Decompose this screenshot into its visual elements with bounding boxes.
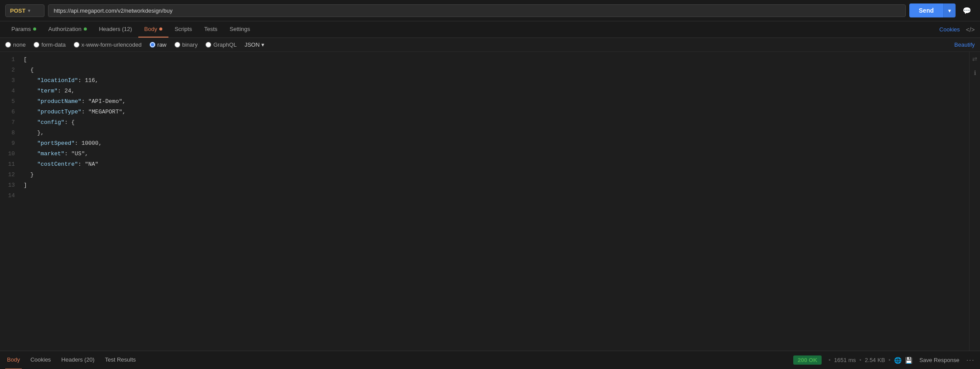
tab-authorization[interactable]: Authorization — [42, 21, 93, 38]
send-dropdown-button[interactable]: ▾ — [943, 3, 956, 17]
method-label: POST — [10, 7, 25, 14]
radio-raw[interactable]: raw — [150, 41, 167, 48]
editor-right-icons: ⇄ ℹ — [969, 52, 980, 351]
more-options-button[interactable]: ··· — [966, 356, 975, 364]
response-tab-headers[interactable]: Headers (20) — [60, 351, 96, 369]
tabs-right-section: Cookies </> — [939, 26, 975, 33]
format-dropdown[interactable]: JSON ▾ — [244, 41, 264, 48]
body-label: Body — [144, 26, 158, 32]
radio-binary[interactable]: binary — [175, 41, 198, 48]
send-button-group: Send ▾ — [909, 3, 956, 17]
code-editor[interactable]: 1234567891011121314 [ { "locationId": 11… — [0, 52, 980, 351]
authorization-label: Authorization — [48, 26, 82, 32]
tab-headers[interactable]: Headers (12) — [93, 21, 138, 38]
headers-label: Headers (12) — [99, 26, 132, 32]
params-dot — [33, 27, 36, 31]
params-label: Params — [11, 26, 31, 32]
tab-settings[interactable]: Settings — [223, 21, 256, 38]
save-response-label: Save Response — [919, 357, 959, 363]
radio-graphql[interactable]: GraphQL — [206, 41, 236, 48]
tab-body[interactable]: Body — [138, 21, 169, 38]
chat-icon-button[interactable]: 💬 — [959, 4, 975, 17]
format-label: JSON — [244, 41, 260, 48]
save-icon: 💾 — [905, 357, 912, 364]
info-icon[interactable]: ℹ — [974, 69, 976, 76]
url-input[interactable] — [48, 4, 906, 17]
send-button[interactable]: Send — [909, 3, 943, 17]
response-time: 1651 ms — [834, 357, 856, 363]
settings-label: Settings — [230, 26, 250, 32]
method-chevron-icon: ▾ — [28, 8, 30, 13]
response-bar: Body Cookies Headers (20) Test Results 2… — [0, 351, 980, 369]
response-size: 2.54 KB — [865, 357, 885, 363]
beautify-button[interactable]: Beautify — [954, 41, 975, 48]
more-icon: ··· — [966, 356, 975, 364]
scripts-label: Scripts — [175, 26, 192, 32]
line-numbers: 1234567891011121314 — [0, 52, 22, 351]
method-select[interactable]: POST ▾ — [5, 4, 45, 17]
authorization-dot — [84, 27, 87, 31]
code-content[interactable]: [ { "locationId": 116, "term": 24, "prod… — [22, 52, 969, 351]
body-type-row: none form-data x-www-form-urlencoded raw… — [0, 38, 980, 52]
body-dot — [159, 27, 162, 31]
radio-form-data[interactable]: form-data — [34, 41, 66, 48]
response-tab-test-results[interactable]: Test Results — [103, 351, 137, 369]
tests-label: Tests — [204, 26, 217, 32]
top-bar: POST ▾ Send ▾ 💬 — [0, 0, 980, 21]
tab-tests[interactable]: Tests — [198, 21, 223, 38]
radio-urlencoded[interactable]: x-www-form-urlencoded — [74, 41, 142, 48]
tab-params[interactable]: Params — [5, 21, 42, 38]
save-response-button[interactable]: Save Response — [919, 357, 959, 363]
cookies-link[interactable]: Cookies — [939, 26, 960, 33]
send-dropdown-icon: ▾ — [948, 7, 951, 14]
code-icon[interactable]: </> — [966, 26, 975, 33]
status-badge: 200 OK — [793, 355, 822, 365]
tab-scripts[interactable]: Scripts — [168, 21, 198, 38]
resize-icon[interactable]: ⇄ — [972, 55, 977, 62]
globe-icon: 🌐 — [894, 357, 901, 364]
chat-icon: 💬 — [963, 7, 971, 14]
response-tab-body[interactable]: Body — [5, 351, 22, 369]
response-meta: • 1651 ms • 2.54 KB • 🌐 💾 — [829, 357, 912, 364]
format-chevron-icon: ▾ — [261, 41, 264, 48]
radio-none[interactable]: none — [5, 41, 26, 48]
response-tab-cookies[interactable]: Cookies — [29, 351, 53, 369]
request-tabs-bar: Params Authorization Headers (12) Body S… — [0, 21, 980, 38]
